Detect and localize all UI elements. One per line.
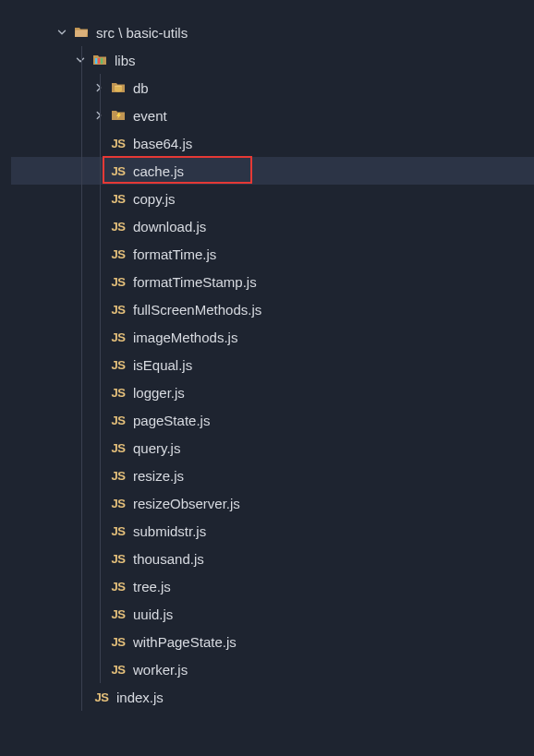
file-label: index.js <box>116 690 164 705</box>
tree-file[interactable]: JSfullScreenMethods.js <box>11 295 534 323</box>
file-label: thousand.js <box>133 551 204 567</box>
tree-file[interactable]: JSuuid.js <box>11 600 534 628</box>
indent-guide <box>81 157 82 185</box>
indent-guide <box>100 268 101 295</box>
js-file-icon: JS <box>109 275 127 289</box>
tree-folder-root[interactable]: src \ basic-utils <box>11 18 534 46</box>
tree-folder-libs[interactable]: libs <box>11 46 534 74</box>
indent-guide <box>100 351 101 378</box>
indent-guide <box>81 129 82 157</box>
js-file-icon: JS <box>109 192 127 206</box>
file-label: uuid.js <box>133 606 173 622</box>
tree-file[interactable]: JStree.js <box>11 572 534 600</box>
indent-guide <box>100 102 101 129</box>
tree-file[interactable]: JSquery.js <box>11 434 534 462</box>
js-file-icon: JS <box>109 441 127 455</box>
indent-guide <box>100 489 101 517</box>
file-label: worker.js <box>133 662 188 678</box>
indent-guide <box>81 406 82 434</box>
tree-file[interactable]: JSlogger.js <box>11 378 534 406</box>
tree-file[interactable]: JScopy.js <box>11 185 534 212</box>
indent-guide <box>81 295 82 323</box>
indent-guide <box>100 572 101 600</box>
tree-file[interactable]: JSdownload.js <box>11 212 534 240</box>
js-file-icon: JS <box>109 635 127 649</box>
tree-file[interactable]: JSpageState.js <box>11 406 534 434</box>
js-file-icon: JS <box>109 137 127 150</box>
file-label: formatTimeStamp.js <box>133 274 257 290</box>
indent-guide <box>100 185 101 212</box>
indent-guide <box>100 545 101 572</box>
tree-file[interactable]: JSworker.js <box>11 655 534 683</box>
tree-file[interactable]: JScache.js <box>11 157 534 185</box>
file-label: submidstr.js <box>133 523 206 539</box>
tree-file[interactable]: JSindex.js <box>11 683 534 711</box>
folder-label: db <box>133 80 149 96</box>
tree-file[interactable]: JSisEqual.js <box>11 351 534 378</box>
indent-guide <box>81 102 82 129</box>
chevron-down-icon <box>55 25 68 40</box>
indent-guide <box>81 655 82 683</box>
indent-guide <box>100 434 101 462</box>
indent-guide <box>81 46 82 74</box>
js-file-icon: JS <box>92 690 111 704</box>
event-folder-icon <box>109 108 127 123</box>
indent-guide <box>81 434 82 462</box>
tree-file[interactable]: JSbase64.js <box>11 129 534 157</box>
file-label: cache.js <box>133 163 184 179</box>
file-label: download.js <box>133 219 206 234</box>
indent-guide <box>81 185 82 212</box>
indent-guide <box>100 240 101 268</box>
indent-guide <box>100 406 101 434</box>
indent-guide <box>100 74 101 102</box>
tree-folder-event[interactable]: event <box>11 102 534 129</box>
svg-rect-1 <box>98 58 100 64</box>
file-label: copy.js <box>133 191 176 207</box>
tree-file[interactable]: JSformatTime.js <box>11 240 534 268</box>
indent-guide <box>100 129 101 157</box>
tree-file[interactable]: JSresizeObserver.js <box>11 489 534 517</box>
tree-file[interactable]: JSformatTimeStamp.js <box>11 268 534 295</box>
indent-guide <box>81 462 82 489</box>
indent-guide <box>81 351 82 378</box>
js-file-icon: JS <box>109 303 127 317</box>
js-file-icon: JS <box>109 330 127 344</box>
tree-folder-db[interactable]: db <box>11 74 534 102</box>
js-file-icon: JS <box>109 414 127 427</box>
indent-guide <box>81 74 82 102</box>
indent-guide <box>81 212 82 240</box>
indent-guide <box>100 212 101 240</box>
svg-rect-0 <box>95 58 97 64</box>
file-label: logger.js <box>133 385 185 401</box>
file-label: isEqual.js <box>133 357 192 373</box>
js-file-icon: JS <box>109 552 127 566</box>
indent-guide <box>100 295 101 323</box>
indent-guide <box>81 628 82 655</box>
js-file-icon: JS <box>109 386 127 400</box>
file-label: imageMethods.js <box>133 330 237 345</box>
js-file-icon: JS <box>109 497 127 510</box>
file-label: withPageState.js <box>133 634 237 650</box>
tree-file[interactable]: JSwithPageState.js <box>11 628 534 655</box>
chevron-down-icon <box>74 53 87 67</box>
indent-guide <box>81 683 82 711</box>
js-file-icon: JS <box>109 663 127 677</box>
js-file-icon: JS <box>109 220 127 234</box>
tree-file[interactable]: JSsubmidstr.js <box>11 517 534 545</box>
chevron-right-icon <box>92 108 105 123</box>
indent-guide <box>81 378 82 406</box>
file-label: pageState.js <box>133 413 210 428</box>
indent-guide <box>81 572 82 600</box>
indent-guide <box>81 323 82 351</box>
tree-file[interactable]: JSthousand.js <box>11 545 534 572</box>
tree-file[interactable]: JSresize.js <box>11 462 534 489</box>
indent-guide <box>81 600 82 628</box>
indent-guide <box>81 517 82 545</box>
js-file-icon: JS <box>109 358 127 372</box>
file-label: query.js <box>133 440 180 456</box>
js-file-icon: JS <box>109 580 127 594</box>
tree-file[interactable]: JSimageMethods.js <box>11 323 534 351</box>
indent-guide <box>100 517 101 545</box>
file-label: resize.js <box>133 468 184 484</box>
js-file-icon: JS <box>109 247 127 261</box>
